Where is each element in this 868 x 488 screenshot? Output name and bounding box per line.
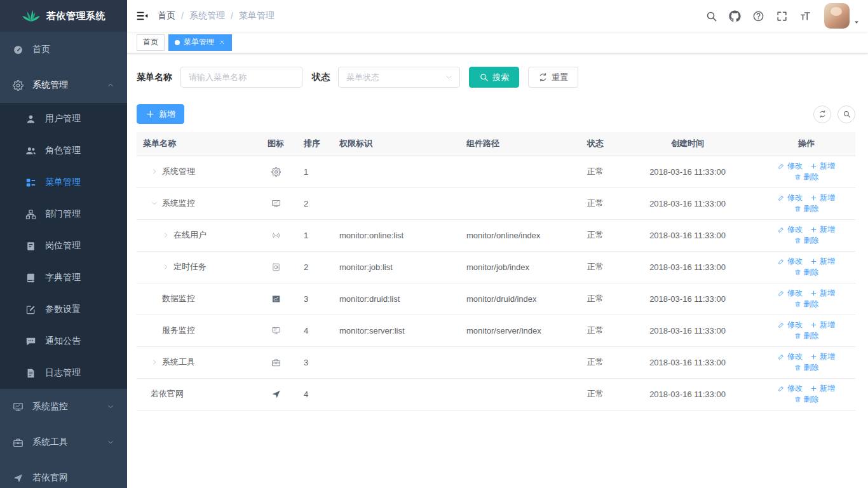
plus-icon: [146, 109, 155, 119]
chevron-right-icon[interactable]: [162, 263, 170, 271]
tab-close-icon[interactable]: [218, 39, 226, 46]
menu-name: 在线用户: [173, 229, 207, 241]
question-icon[interactable]: [751, 9, 765, 23]
add-button-label: 新增: [159, 109, 175, 120]
create-time-value: 2018-03-16 11:33:00: [618, 251, 757, 283]
plus-icon: [810, 194, 817, 201]
sidebar-submenu: 用户管理 角色管理 菜单管理 部门管理 岗位管理 字典管理 参数设置 通知公告 …: [0, 103, 127, 389]
op-edit-pencil-link[interactable]: 修改: [778, 351, 803, 362]
tab-1[interactable]: 菜单管理: [168, 34, 232, 51]
chevron-down-icon[interactable]: [151, 200, 158, 207]
op-edit-pencil-link[interactable]: 修改: [778, 161, 803, 172]
table-row: 定时任务 2 monitor:job:list monitor/job/inde…: [137, 251, 855, 283]
edit-pencil-icon: [778, 385, 785, 392]
sidebar-subitem-1-8[interactable]: 日志管理: [0, 357, 127, 389]
op-delete-link[interactable]: 删除: [794, 235, 819, 246]
op-delete-link[interactable]: 删除: [794, 394, 819, 405]
status-value: 正常: [573, 251, 618, 283]
status-select[interactable]: 菜单状态: [338, 67, 460, 88]
tab-active-dot: [175, 40, 180, 45]
op-label: 删除: [804, 203, 819, 214]
github-icon[interactable]: [728, 9, 742, 23]
component-value: [460, 156, 573, 187]
sidebar-subitem-1-2[interactable]: 菜单管理: [0, 166, 127, 198]
chevron-right-icon[interactable]: [151, 358, 158, 366]
perms-value: [333, 378, 460, 410]
op-edit-pencil-link[interactable]: 修改: [778, 224, 803, 235]
reset-button[interactable]: 重置: [528, 67, 578, 88]
chevron-right-icon[interactable]: [151, 168, 158, 175]
tab-label: 菜单管理: [184, 37, 214, 48]
op-delete-link[interactable]: 删除: [794, 172, 819, 182]
search-button[interactable]: 搜索: [469, 67, 519, 88]
fullscreen-icon[interactable]: [775, 9, 789, 23]
op-plus-link[interactable]: 新增: [810, 383, 835, 394]
refresh-icon-button[interactable]: [813, 105, 831, 123]
sidebar-subitem-1-4[interactable]: 岗位管理: [0, 230, 127, 262]
op-delete-link[interactable]: 删除: [794, 330, 819, 341]
sidebar-subitem-1-0[interactable]: 用户管理: [0, 103, 127, 135]
op-label: 删除: [804, 394, 819, 405]
op-edit-pencil-link[interactable]: 修改: [778, 320, 803, 330]
op-plus-link[interactable]: 新增: [810, 224, 835, 235]
chevron-right-icon[interactable]: [162, 231, 170, 239]
create-time-value: 2018-03-16 11:33:00: [618, 187, 757, 219]
row-actions: 修改新增删除: [757, 251, 855, 283]
table-row: 系统工具 3 正常 2018-03-16 11:33:00 修改新增删除: [137, 346, 855, 378]
op-delete-link[interactable]: 删除: [794, 299, 819, 309]
op-edit-pencil-link[interactable]: 修改: [778, 193, 803, 203]
edit-pencil-icon: [778, 290, 785, 297]
op-label: 修改: [787, 320, 803, 330]
op-plus-link[interactable]: 新增: [810, 351, 835, 362]
op-delete-link[interactable]: 删除: [794, 362, 819, 373]
sidebar-subitem-1-7[interactable]: 通知公告: [0, 325, 127, 357]
op-plus-link[interactable]: 新增: [810, 161, 835, 172]
menu-name-input[interactable]: [180, 67, 302, 88]
op-edit-pencil-link[interactable]: 修改: [778, 288, 803, 299]
row-actions: 修改新增删除: [757, 378, 855, 410]
op-label: 删除: [804, 330, 819, 341]
op-plus-link[interactable]: 新增: [810, 256, 835, 267]
create-time-value: 2018-03-16 11:33:00: [618, 219, 757, 251]
menu-name: 系统监控: [162, 198, 195, 209]
row-actions: 修改新增删除: [757, 283, 855, 315]
op-edit-pencil-link[interactable]: 修改: [778, 256, 803, 267]
sidebar-item-0[interactable]: 首页: [0, 32, 127, 67]
tab-0[interactable]: 首页: [137, 34, 165, 51]
search-icon[interactable]: [704, 9, 718, 23]
table-header-row: 菜单名称图标排序权限标识组件路径状态创建时间操作: [137, 132, 855, 156]
component-value: monitor/server/index: [460, 315, 573, 346]
logo[interactable]: 若依管理系统: [0, 0, 127, 32]
user-menu[interactable]: [822, 3, 860, 29]
delete-icon: [794, 332, 801, 339]
sort-value: 1: [297, 219, 333, 251]
chevron-down-icon: [107, 403, 114, 410]
search-icon-button[interactable]: [837, 105, 855, 123]
add-button[interactable]: 新增: [137, 104, 184, 124]
op-plus-link[interactable]: 新增: [810, 288, 835, 299]
hamburger-icon[interactable]: [127, 0, 158, 32]
perms-value: [333, 187, 460, 219]
op-delete-link[interactable]: 删除: [794, 203, 819, 214]
op-delete-link[interactable]: 删除: [794, 267, 819, 278]
breadcrumb-item-0[interactable]: 首页: [158, 10, 175, 22]
perms-value: [333, 156, 460, 187]
sidebar-item-4[interactable]: 若依官网: [0, 460, 127, 488]
op-plus-link[interactable]: 新增: [810, 320, 835, 330]
sidebar-subitem-1-5[interactable]: 字典管理: [0, 262, 127, 294]
online-icon: [271, 231, 281, 240]
sidebar-item-2[interactable]: 系统监控: [0, 389, 127, 424]
status-select-placeholder: 菜单状态: [346, 72, 379, 83]
op-plus-link[interactable]: 新增: [810, 193, 835, 203]
sidebar-item-3[interactable]: 系统工具: [0, 424, 127, 460]
sidebar-item-1[interactable]: 系统管理: [0, 67, 127, 103]
server-icon: [271, 326, 281, 336]
op-edit-pencil-link[interactable]: 修改: [778, 383, 803, 394]
table-row: 系统管理 1 正常 2018-03-16 11:33:00 修改新增删除: [137, 156, 855, 187]
table-body: 系统管理 1 正常 2018-03-16 11:33:00 修改新增删除 系统监…: [137, 156, 855, 410]
font-size-icon[interactable]: [798, 9, 812, 23]
delete-icon: [794, 269, 801, 276]
sidebar-subitem-1-1[interactable]: 角色管理: [0, 135, 127, 166]
sidebar-subitem-1-6[interactable]: 参数设置: [0, 294, 127, 325]
sidebar-subitem-1-3[interactable]: 部门管理: [0, 198, 127, 230]
